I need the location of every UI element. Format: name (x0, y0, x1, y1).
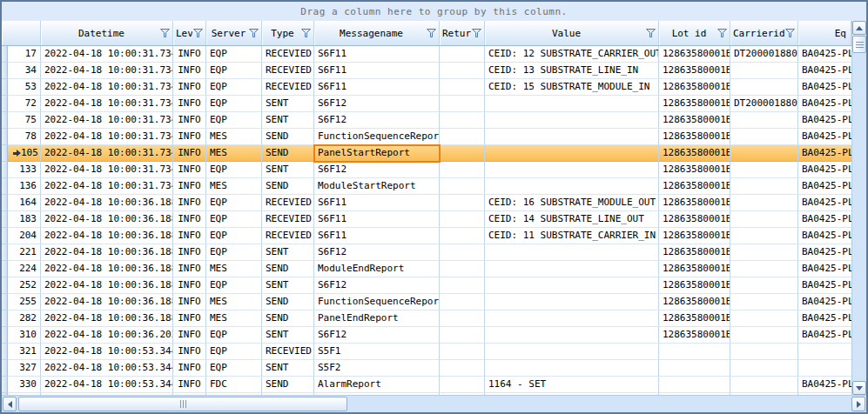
cell-lotid[interactable]: 12863580001B (659, 145, 730, 162)
cell-value[interactable]: 1164 - SET (485, 377, 659, 393)
cell-return[interactable] (440, 377, 485, 393)
cell-level[interactable]: INFO (173, 277, 206, 294)
row-indicator[interactable] (2, 377, 8, 393)
filter-icon[interactable] (785, 29, 795, 37)
cell-return[interactable] (440, 96, 485, 112)
table-row[interactable]: 2242022-04-18 10:00:36.188INFOMESSENDMod… (2, 261, 851, 277)
cell-server[interactable]: MES (206, 310, 262, 327)
cell-datetime[interactable]: 2022-04-18 10:00:36.188 (41, 261, 173, 277)
row-indicator[interactable] (2, 244, 8, 261)
cell-no[interactable]: 75 (8, 112, 41, 129)
cell-return[interactable] (440, 244, 485, 261)
cell-datetime[interactable]: 2022-04-18 10:00:31.734 (41, 112, 173, 129)
cell-server[interactable]: MES (206, 261, 262, 277)
cell-no[interactable]: 327 (8, 360, 41, 377)
cell-carrierid[interactable] (730, 112, 798, 129)
cell-value[interactable] (485, 294, 659, 310)
table-row[interactable]: 3102022-04-18 10:00:36.203INFOEQPSENTS6F… (2, 327, 851, 344)
cell-no[interactable]: 34 (8, 63, 41, 79)
cell-value[interactable]: CEID: 15 SUBSTRATE_MODULE_IN (485, 79, 659, 96)
cell-eq[interactable]: BA0425-PLA (798, 294, 851, 310)
cell-eq[interactable]: BA0425-PLA (798, 129, 851, 145)
cell-level[interactable]: INFO (173, 310, 206, 327)
cell-level[interactable]: INFO (173, 63, 206, 79)
cell-eq[interactable]: BA0425-PLA (798, 211, 851, 228)
cell-type[interactable]: SEND (262, 377, 314, 393)
cell-server[interactable]: EQP (206, 63, 262, 79)
cell-lotid[interactable]: 12863580001B (659, 228, 730, 244)
table-row[interactable]: 752022-04-18 10:00:31.734INFOEQPSENTS6F1… (2, 112, 851, 129)
cell-return[interactable] (440, 162, 485, 178)
cell-no[interactable]: 282 (8, 310, 41, 327)
cell-messagename[interactable]: S6F11 (314, 46, 440, 63)
table-row[interactable]: 3302022-04-18 10:00:53.344INFOFDCSENDAla… (2, 377, 851, 393)
cell-level[interactable]: INFO (173, 162, 206, 178)
cell-server[interactable]: EQP (206, 46, 262, 63)
column-header-return[interactable]: Return (440, 21, 485, 45)
row-indicator[interactable] (2, 360, 8, 377)
cell-return[interactable] (440, 344, 485, 360)
cell-level[interactable]: INFO (173, 129, 206, 145)
cell-datetime[interactable]: 2022-04-18 10:00:31.734 (41, 96, 173, 112)
table-row[interactable]: 532022-04-18 10:00:31.734INFOEQPRECEVIED… (2, 79, 851, 96)
cell-eq[interactable]: BA0425-PLA (798, 178, 851, 195)
cell-type[interactable]: SENT (262, 96, 314, 112)
cell-messagename[interactable]: S6F11 (314, 63, 440, 79)
cell-level[interactable]: INFO (173, 145, 206, 162)
cell-messagename[interactable]: ModuleStartReport (314, 178, 440, 195)
cell-value[interactable] (485, 244, 659, 261)
cell-lotid[interactable]: 12863580001B (659, 277, 730, 294)
cell-datetime[interactable]: 2022-04-18 10:00:31.734 (41, 46, 173, 63)
cell-value[interactable] (485, 360, 659, 377)
cell-level[interactable]: INFO (173, 211, 206, 228)
cell-messagename[interactable]: AlarmReport (314, 377, 440, 393)
table-row[interactable]: 1332022-04-18 10:00:31.734INFOEQPSENTS6F… (2, 162, 851, 178)
column-header-eq[interactable]: Eq (798, 21, 851, 45)
cell-type[interactable]: RECEVIED (262, 228, 314, 244)
cell-no[interactable]: 221 (8, 244, 41, 261)
filter-icon[interactable] (193, 29, 203, 37)
cell-messagename[interactable]: S5F2 (314, 360, 440, 377)
cell-carrierid[interactable] (730, 360, 798, 377)
cell-server[interactable]: EQP (206, 228, 262, 244)
table-row[interactable]: 1362022-04-18 10:00:31.734INFOMESSENDMod… (2, 178, 851, 195)
column-header-value[interactable]: Value (485, 21, 659, 45)
cell-eq[interactable]: BA0425-PLA (798, 228, 851, 244)
cell-type[interactable]: RECEVIED (262, 79, 314, 96)
cell-value[interactable] (485, 277, 659, 294)
cell-type[interactable]: RECEVIED (262, 344, 314, 360)
cell-messagename[interactable]: S6F11 (314, 228, 440, 244)
cell-lotid[interactable]: 12863580001B (659, 294, 730, 310)
row-indicator[interactable] (2, 112, 8, 129)
cell-level[interactable]: INFO (173, 228, 206, 244)
column-header-carrierid[interactable]: Carrierid (730, 21, 798, 45)
cell-eq[interactable] (798, 360, 851, 377)
cell-level[interactable]: INFO (173, 112, 206, 129)
table-row[interactable]: 2212022-04-18 10:00:36.188INFOEQPSENTS6F… (2, 244, 851, 261)
cell-no[interactable]: 183 (8, 211, 41, 228)
row-indicator[interactable] (2, 178, 8, 195)
cell-type[interactable]: SEND (262, 145, 314, 162)
horizontal-scrollbar-track[interactable] (17, 397, 851, 411)
cell-eq[interactable]: BA0425-PLA (798, 63, 851, 79)
cell-no[interactable]: 204 (8, 228, 41, 244)
cell-type[interactable]: RECEVIED (262, 46, 314, 63)
column-header-type[interactable]: Type (262, 21, 314, 45)
cell-carrierid[interactable] (730, 344, 798, 360)
cell-no[interactable]: 133 (8, 162, 41, 178)
cell-carrierid[interactable] (730, 228, 798, 244)
cell-lotid[interactable]: 12863580001B (659, 261, 730, 277)
cell-value[interactable] (485, 178, 659, 195)
cell-messagename[interactable]: PanelStartReport (314, 145, 440, 162)
cell-level[interactable]: INFO (173, 360, 206, 377)
filter-icon[interactable] (249, 29, 259, 37)
cell-eq[interactable]: BA0425-PLA (798, 327, 851, 344)
horizontal-scrollbar[interactable] (2, 395, 866, 412)
table-row[interactable]: 2522022-04-18 10:00:36.188INFOEQPSENTS6F… (2, 277, 851, 294)
cell-eq[interactable]: BA0425-PLA (798, 261, 851, 277)
cell-eq[interactable]: BA0425-PLA (798, 79, 851, 96)
row-indicator[interactable] (2, 344, 8, 360)
row-indicator[interactable] (2, 162, 8, 178)
cell-server[interactable]: MES (206, 294, 262, 310)
cell-type[interactable]: SEND (262, 310, 314, 327)
